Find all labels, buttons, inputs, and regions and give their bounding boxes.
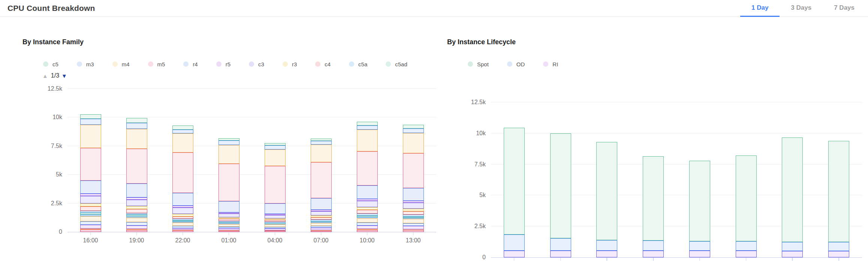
bar-segment-m5[interactable]: [80, 148, 101, 181]
bar-01:00[interactable]: [218, 81, 239, 232]
bar-segment-c5ad[interactable]: [357, 215, 378, 217]
tab-7-days[interactable]: 7 Days: [823, 0, 866, 17]
bar-segment-OD[interactable]: [828, 242, 849, 251]
bar-segment-unlabeled[interactable]: [126, 216, 147, 218]
bar-segment-r4[interactable]: [218, 201, 239, 212]
bar-segment-OD[interactable]: [596, 240, 617, 251]
bar-segment-r4[interactable]: [80, 181, 101, 194]
bar-segment-m3[interactable]: [265, 145, 286, 149]
bar-segment-c5a[interactable]: [126, 213, 147, 215]
bar-segment-c5ad[interactable]: [126, 215, 147, 216]
bar-segment-r5[interactable]: [265, 214, 286, 215]
bar-16:00[interactable]: [504, 94, 525, 257]
bar-segment-c4[interactable]: [126, 209, 147, 213]
tab-1-day[interactable]: 1 Day: [740, 0, 780, 17]
bar-segment-RI[interactable]: [596, 251, 617, 257]
bar-segment-c3[interactable]: [357, 201, 378, 207]
bar-segment-Spot[interactable]: [782, 137, 803, 242]
bar-segment-c4[interactable]: [218, 219, 239, 221]
bar-segment-unlabeled[interactable]: [172, 228, 193, 230]
bar-segment-c5[interactable]: [218, 138, 239, 140]
bar-segment-c4[interactable]: [265, 220, 286, 222]
bar-segment-r3[interactable]: [311, 215, 332, 217]
bar-segment-OD[interactable]: [643, 241, 664, 251]
bar-segment-r3[interactable]: [218, 217, 239, 219]
bar-04:00[interactable]: [265, 81, 286, 232]
bar-segment-m4[interactable]: [126, 129, 147, 149]
bar-segment-Spot[interactable]: [736, 155, 757, 241]
bar-19:00[interactable]: [550, 94, 571, 257]
bar-segment-r5[interactable]: [80, 194, 101, 196]
bar-segment-r3[interactable]: [265, 218, 286, 220]
bar-segment-m3[interactable]: [218, 140, 239, 145]
legend-pager-up-icon[interactable]: ▲: [42, 73, 48, 79]
bar-segment-unlabeled[interactable]: [265, 229, 286, 230]
bar-10:00[interactable]: [357, 81, 378, 232]
legend-item-c4[interactable]: c4: [315, 61, 331, 67]
legend-item-m3[interactable]: m3: [77, 61, 94, 67]
bar-segment-m3[interactable]: [403, 129, 424, 133]
bar-segment-c3[interactable]: [265, 215, 286, 218]
bar-segment-unlabeled[interactable]: [357, 223, 378, 226]
bar-segment-c3[interactable]: [311, 211, 332, 216]
bar-segment-c5a[interactable]: [218, 221, 239, 222]
legend-item-ri[interactable]: RI: [543, 61, 558, 67]
bar-segment-Spot[interactable]: [643, 156, 664, 241]
bar-07:00[interactable]: [311, 81, 332, 232]
bar-segment-RI[interactable]: [504, 251, 525, 257]
bar-segment-r3[interactable]: [172, 214, 193, 217]
bar-segment-c3[interactable]: [126, 200, 147, 206]
bar-segment-unlabeled[interactable]: [80, 229, 101, 230]
bar-segment-m3[interactable]: [172, 130, 193, 134]
bar-segment-unlabeled[interactable]: [403, 226, 424, 229]
bar-segment-r5[interactable]: [172, 206, 193, 208]
bar-segment-c4[interactable]: [403, 211, 424, 215]
bar-segment-unlabeled[interactable]: [126, 222, 147, 225]
bar-segment-RI[interactable]: [736, 251, 757, 257]
bar-segment-m5[interactable]: [357, 151, 378, 185]
bar-segment-r5[interactable]: [311, 210, 332, 211]
bar-segment-unlabeled[interactable]: [126, 226, 147, 229]
bar-13:00[interactable]: [828, 94, 849, 257]
legend-item-r5[interactable]: r5: [216, 61, 230, 67]
bar-segment-r4[interactable]: [357, 185, 378, 199]
legend-item-m5[interactable]: m5: [148, 61, 165, 67]
bar-segment-m4[interactable]: [357, 130, 378, 152]
bar-segment-unlabeled[interactable]: [265, 224, 286, 227]
bar-segment-c4[interactable]: [311, 217, 332, 220]
bar-segment-c5[interactable]: [265, 143, 286, 145]
bar-segment-c5[interactable]: [311, 139, 332, 141]
legend-item-r4[interactable]: r4: [183, 61, 198, 67]
bar-segment-unlabeled[interactable]: [80, 221, 101, 225]
bar-segment-unlabeled[interactable]: [357, 229, 378, 230]
bar-segment-unlabeled[interactable]: [311, 228, 332, 230]
bar-segment-r4[interactable]: [403, 188, 424, 201]
bar-segment-unlabeled[interactable]: [218, 227, 239, 229]
bar-10:00[interactable]: [782, 94, 803, 257]
bar-segment-c5a[interactable]: [311, 220, 332, 221]
bar-segment-unlabeled[interactable]: [357, 218, 378, 223]
bar-16:00[interactable]: [80, 81, 101, 232]
bar-segment-r5[interactable]: [357, 199, 378, 201]
tab-3-days[interactable]: 3 Days: [780, 0, 823, 17]
bar-segment-Spot[interactable]: [504, 128, 525, 235]
bar-segment-r4[interactable]: [265, 203, 286, 214]
legend-item-r3[interactable]: r3: [283, 61, 297, 67]
bar-segment-c4[interactable]: [80, 206, 101, 211]
bar-segment-m3[interactable]: [126, 123, 147, 129]
bar-22:00[interactable]: [172, 81, 193, 232]
bar-segment-unlabeled[interactable]: [172, 223, 193, 226]
bar-segment-unlabeled[interactable]: [357, 217, 378, 218]
bar-segment-m4[interactable]: [311, 145, 332, 162]
bar-segment-OD[interactable]: [689, 241, 710, 251]
bar-segment-unlabeled[interactable]: [265, 227, 286, 229]
bar-segment-RI[interactable]: [550, 251, 571, 257]
bar-segment-unlabeled[interactable]: [126, 218, 147, 222]
bar-segment-unlabeled[interactable]: [403, 219, 424, 223]
bar-segment-m5[interactable]: [311, 162, 332, 199]
bar-segment-r3[interactable]: [126, 206, 147, 209]
bar-segment-c5ad[interactable]: [403, 217, 424, 218]
bar-segment-OD[interactable]: [550, 238, 571, 251]
bar-segment-unlabeled[interactable]: [80, 216, 101, 221]
bar-segment-m4[interactable]: [403, 133, 424, 153]
